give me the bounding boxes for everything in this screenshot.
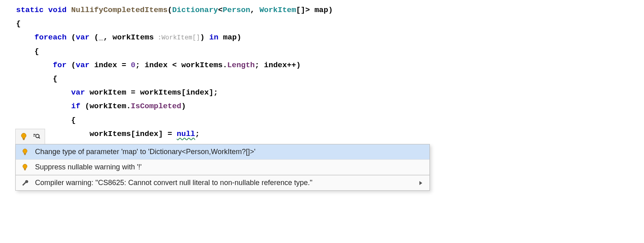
code-line: { xyxy=(16,17,644,31)
quick-action-label: Suppress nullable warning with '!' xyxy=(35,163,424,171)
quick-action-compiler-warning[interactable]: Compiler warning: "CS8625: Cannot conver… xyxy=(16,175,429,190)
lightbulb-icon xyxy=(21,148,29,156)
code-line: { xyxy=(16,113,644,127)
lightbulb-icon xyxy=(21,164,29,171)
quick-actions-popup: Change type of parameter 'map' to 'Dicti… xyxy=(15,144,430,191)
code-line: for (var index = 0; index < workItems.Le… xyxy=(16,58,644,72)
wrench-icon xyxy=(21,179,29,187)
svg-rect-7 xyxy=(24,154,26,154)
svg-rect-1 xyxy=(23,139,25,140)
quick-action-change-type[interactable]: Change type of parameter 'map' to 'Dicti… xyxy=(16,144,429,160)
code-line: foreach (var (_, workItems :WorkItem[]) … xyxy=(16,31,644,44)
quick-action-label: Compiler warning: "CS8625: Cannot conver… xyxy=(35,179,413,187)
svg-rect-6 xyxy=(24,154,26,154)
code-editor[interactable]: static void NullifyCompletedItems(Dictio… xyxy=(0,0,644,141)
chevron-right-icon xyxy=(419,181,422,185)
code-line: var workItem = workItems[index]; xyxy=(16,86,644,99)
quick-action-label: Change type of parameter 'map' to 'Dicti… xyxy=(35,148,424,156)
svg-rect-8 xyxy=(24,169,26,169)
svg-rect-9 xyxy=(24,169,26,170)
code-line: { xyxy=(16,45,644,58)
code-line: { xyxy=(16,72,644,86)
svg-point-4 xyxy=(36,134,39,137)
svg-rect-0 xyxy=(23,138,25,139)
code-line: static void NullifyCompletedItems(Dictio… xyxy=(16,3,644,17)
quick-action-suppress-warning[interactable]: Suppress nullable warning with '!' xyxy=(16,160,429,175)
find-icon xyxy=(33,133,41,141)
code-line: if (workItem.IsCompleted) xyxy=(16,99,644,113)
code-line: workItems[index] = null; xyxy=(16,127,644,141)
svg-line-5 xyxy=(39,137,40,138)
lightbulb-gutter[interactable] xyxy=(15,129,45,144)
lightbulb-icon xyxy=(20,133,28,141)
